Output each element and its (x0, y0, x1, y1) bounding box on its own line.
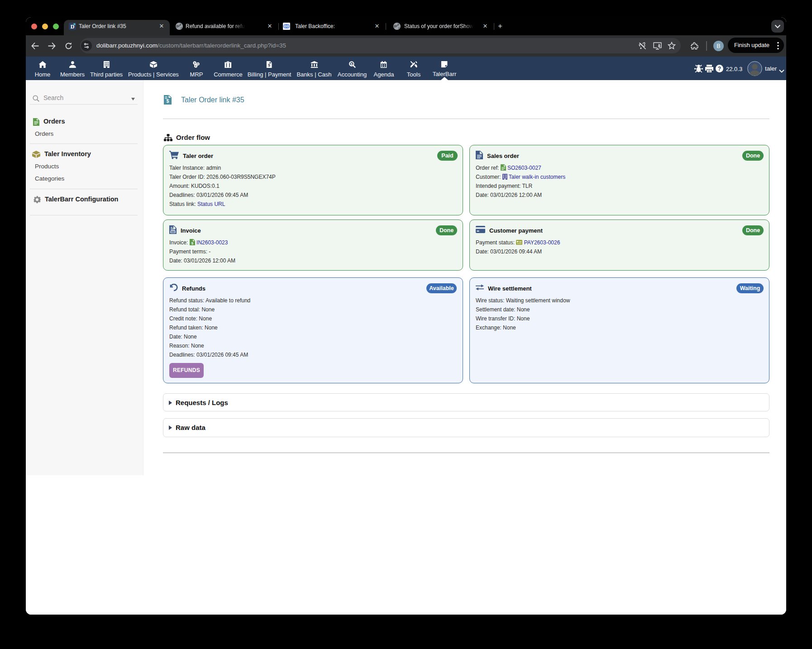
svg-text:B: B (716, 43, 720, 49)
svg-text:$: $ (167, 98, 169, 104)
svg-text:$: $ (350, 62, 353, 66)
svg-text:$: $ (268, 63, 271, 67)
svg-text:?: ? (718, 66, 721, 72)
svg-text:$: $ (191, 241, 193, 245)
